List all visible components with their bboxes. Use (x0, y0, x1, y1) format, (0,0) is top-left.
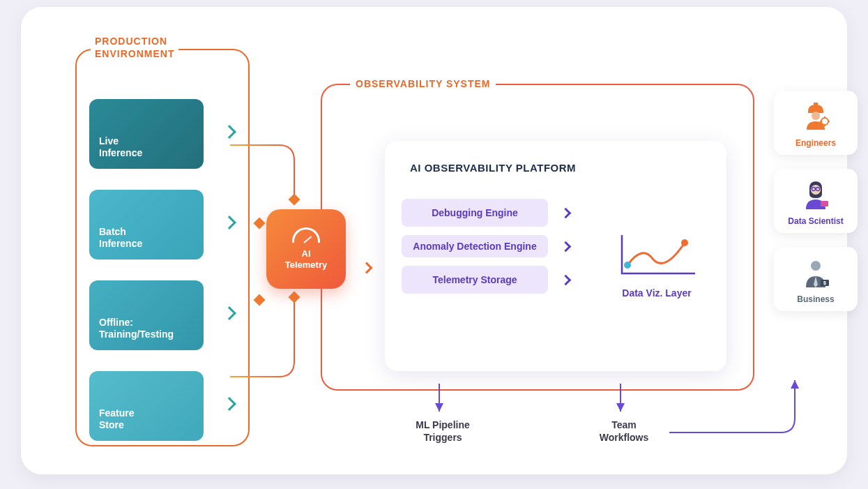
engineer-icon (800, 100, 832, 133)
svg-point-5 (821, 118, 828, 125)
prod-box-label: Inference (99, 238, 142, 249)
production-environment-group: PRODUCTION ENVIRONMENT Live Inference Ba… (75, 49, 250, 446)
ai-observability-platform: AI OBSERVABILITY PLATFORM Debugging Engi… (385, 141, 726, 371)
engine-anomaly: Anomaly Detection Engine (402, 235, 548, 257)
svg-point-1 (624, 262, 631, 269)
prod-box-label: Feature (99, 407, 135, 419)
svg-text:$: $ (823, 280, 826, 286)
line-chart-icon (615, 232, 699, 280)
prod-box-label: Live (99, 135, 119, 146)
persona-label: Data Scientist (788, 216, 843, 226)
business-icon: $ (800, 257, 832, 289)
telemetry-label: Telemetry (285, 259, 327, 270)
chevron-right-icon (222, 397, 236, 411)
prod-box-label: Training/Testing (99, 329, 174, 340)
persona-business: $ Business (774, 247, 858, 311)
observability-system-group: OBSERVABILITY SYSTEM AI OBSERVABILITY PL… (321, 84, 754, 391)
output-label: Team (611, 419, 637, 430)
output-team-workflows: Team Workflows (593, 419, 655, 444)
prod-box-label: Batch (99, 226, 126, 237)
persona-engineers: Engineers (774, 91, 858, 155)
svg-point-4 (812, 112, 820, 120)
personas-column: Engineers Data Scientist $ Business (774, 91, 858, 311)
scientist-icon (800, 179, 832, 211)
svg-rect-3 (814, 103, 818, 106)
production-title-line1: PRODUCTION (95, 36, 167, 47)
persona-label: Business (797, 294, 834, 304)
diagram-canvas: PRODUCTION ENVIRONMENT Live Inference Ba… (21, 7, 847, 474)
prod-box-batch-inference: Batch Inference (89, 190, 204, 259)
data-viz-layer: Data Viz. Layer (608, 232, 706, 299)
chevron-right-icon (222, 216, 236, 230)
prod-box-offline-training: Offline: Training/Testing (89, 280, 204, 350)
chevron-right-icon (222, 306, 236, 320)
chevron-right-icon (222, 125, 236, 139)
output-ml-triggers: ML Pipeline Triggers (411, 419, 474, 444)
svg-point-14 (811, 261, 821, 271)
prod-box-label: Store (99, 419, 124, 430)
production-title-line2: ENVIRONMENT (95, 48, 174, 59)
output-label: Triggers (423, 432, 462, 443)
output-label: Workflows (600, 432, 649, 443)
viz-label: Data Viz. Layer (608, 287, 706, 299)
chevron-right-icon (561, 241, 572, 252)
engine-storage: Telemetry Storage (402, 266, 548, 294)
engine-debugging: Debugging Engine (402, 199, 548, 227)
prod-box-label: Offline: (99, 317, 133, 328)
persona-data-scientist: Data Scientist (774, 169, 858, 233)
persona-label: Engineers (795, 138, 836, 148)
engine-row: Debugging Engine (402, 199, 710, 227)
platform-title: AI OBSERVABILITY PLATFORM (410, 162, 710, 174)
observability-title: OBSERVABILITY SYSTEM (350, 78, 496, 89)
chevron-right-icon (561, 207, 572, 218)
chevron-right-icon (561, 274, 572, 285)
output-label: ML Pipeline (416, 419, 470, 430)
production-title: PRODUCTION ENVIRONMENT (91, 35, 178, 60)
gauge-icon (292, 227, 320, 243)
prod-box-live-inference: Live Inference (89, 99, 204, 169)
svg-rect-13 (821, 201, 828, 206)
ai-telemetry-node: AI Telemetry (266, 209, 346, 289)
prod-box-label: Inference (99, 147, 142, 158)
telemetry-label: AI (302, 248, 311, 259)
svg-point-2 (681, 239, 688, 246)
prod-box-feature-store: Feature Store (89, 371, 204, 441)
